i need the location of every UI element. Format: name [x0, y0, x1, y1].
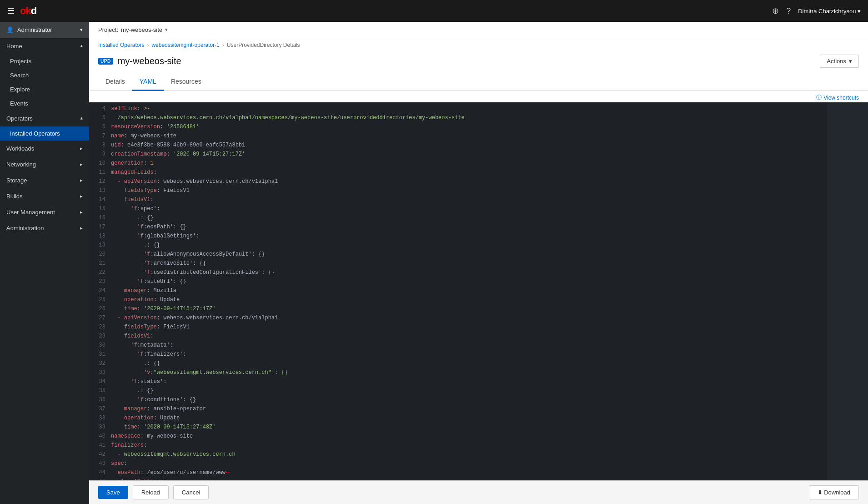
- view-shortcuts-link[interactable]: ⓘ View shortcuts: [816, 94, 859, 101]
- sidebar-administration-section[interactable]: Administration ▸: [0, 220, 89, 236]
- cancel-button[interactable]: Cancel: [173, 485, 209, 499]
- sidebar-networking-label: Networking: [6, 161, 36, 168]
- sidebar-item-events[interactable]: Events: [0, 96, 89, 111]
- breadcrumb-operator[interactable]: webeossitemgmt-operator-1: [151, 42, 219, 48]
- sidebar-operators-label: Operators: [6, 115, 33, 122]
- sidebar-workloads-label: Workloads: [6, 145, 34, 152]
- sidebar-item-installed-operators[interactable]: Installed Operators: [0, 126, 89, 141]
- sidebar-workloads-section[interactable]: Workloads ▸: [0, 141, 89, 156]
- topbar: ☰ okd ⊕ ? Dimitra Chatzichrysou ▾: [0, 0, 868, 22]
- app-logo: okd: [20, 5, 36, 17]
- sidebar-storage-label: Storage: [6, 177, 27, 184]
- admin-header[interactable]: 👤 Administrator ▾: [0, 22, 89, 38]
- sidebar-builds-section[interactable]: Builds ▸: [0, 188, 89, 204]
- admin-icon: 👤: [6, 26, 14, 33]
- project-bar: Project: my-webeos-site ▾: [89, 22, 868, 38]
- view-shortcuts-bar: ⓘ View shortcuts: [89, 91, 868, 102]
- sidebar-item-explore[interactable]: Explore: [0, 82, 89, 96]
- sidebar-user-management-label: User Management: [6, 209, 55, 216]
- info-circle-icon: ⓘ: [816, 94, 822, 101]
- sidebar-operators-section[interactable]: Operators ▾: [0, 111, 89, 126]
- sidebar-networking-section[interactable]: Networking ▸: [0, 156, 89, 172]
- admin-chevron-icon: ▾: [80, 27, 83, 33]
- sidebar-item-search[interactable]: Search: [0, 68, 89, 82]
- admin-label: Administrator: [17, 26, 52, 33]
- download-button[interactable]: ⬇ Download: [809, 485, 859, 499]
- operators-chevron-icon: ▾: [80, 116, 83, 121]
- sidebar-home-section[interactable]: Home ▾: [0, 38, 89, 54]
- breadcrumb-sep-2: ›: [222, 42, 224, 48]
- tab-resources[interactable]: Resources: [164, 73, 209, 91]
- builds-chevron-icon: ▸: [80, 193, 83, 199]
- breadcrumb-sep-1: ›: [147, 42, 149, 48]
- main-layout: 👤 Administrator ▾ Home ▾ Projects Search…: [0, 22, 868, 504]
- sidebar-user-management-section[interactable]: User Management ▸: [0, 204, 89, 220]
- networking-chevron-icon: ▸: [80, 161, 83, 167]
- user-menu[interactable]: Dimitra Chatzichrysou ▾: [798, 8, 861, 15]
- yaml-container: 4567891011121314151617181920212223242526…: [89, 102, 868, 480]
- sidebar-home-label: Home: [6, 43, 22, 50]
- sidebar-administration-label: Administration: [6, 225, 44, 232]
- project-name: my-webeos-site: [121, 26, 162, 33]
- sidebar-builds-label: Builds: [6, 193, 22, 200]
- storage-chevron-icon: ▸: [80, 177, 83, 183]
- breadcrumb-installed-operators[interactable]: Installed Operators: [98, 42, 144, 48]
- tabs-bar: Details YAML Resources: [89, 73, 868, 91]
- actions-chevron-icon: ▾: [849, 58, 852, 65]
- home-chevron-icon: ▾: [80, 43, 83, 49]
- breadcrumb-current: UserProvidedDirectory Details: [227, 42, 300, 48]
- sidebar-item-projects[interactable]: Projects: [0, 54, 89, 68]
- page-title: my-webeos-site: [118, 56, 181, 66]
- project-selector[interactable]: Project: my-webeos-site ▾: [98, 26, 168, 33]
- administration-chevron-icon: ▸: [80, 225, 83, 231]
- content-area: Project: my-webeos-site ▾ Installed Oper…: [89, 22, 868, 504]
- add-icon[interactable]: ⊕: [772, 6, 779, 16]
- user-management-chevron-icon: ▸: [80, 209, 83, 215]
- save-button[interactable]: Save: [98, 486, 128, 499]
- sidebar-storage-section[interactable]: Storage ▸: [0, 172, 89, 188]
- workloads-chevron-icon: ▸: [80, 146, 83, 151]
- hamburger-icon[interactable]: ☰: [7, 6, 15, 16]
- yaml-minimap: [827, 102, 868, 480]
- page-title-left: UPD my-webeos-site: [98, 56, 181, 66]
- breadcrumb: Installed Operators › webeossitemgmt-ope…: [89, 38, 868, 52]
- project-label: Project:: [98, 26, 118, 33]
- page-title-row: UPD my-webeos-site Actions ▾: [89, 52, 868, 73]
- yaml-editor[interactable]: 4567891011121314151617181920212223242526…: [89, 102, 827, 480]
- upd-badge: UPD: [98, 58, 113, 65]
- topbar-actions: ⊕ ? Dimitra Chatzichrysou ▾: [772, 6, 861, 16]
- line-numbers: 4567891011121314151617181920212223242526…: [89, 102, 109, 480]
- project-chevron-icon: ▾: [165, 27, 168, 33]
- bottom-bar: Save Reload Cancel ⬇ Download: [89, 480, 868, 504]
- tab-details[interactable]: Details: [98, 73, 132, 91]
- actions-button[interactable]: Actions ▾: [820, 55, 859, 68]
- help-icon[interactable]: ?: [786, 6, 791, 16]
- sidebar: 👤 Administrator ▾ Home ▾ Projects Search…: [0, 22, 89, 504]
- tab-yaml[interactable]: YAML: [132, 73, 164, 91]
- yaml-code[interactable]: selfLink: >- /apis/webeos.webservices.ce…: [109, 102, 827, 480]
- reload-button[interactable]: Reload: [133, 485, 169, 499]
